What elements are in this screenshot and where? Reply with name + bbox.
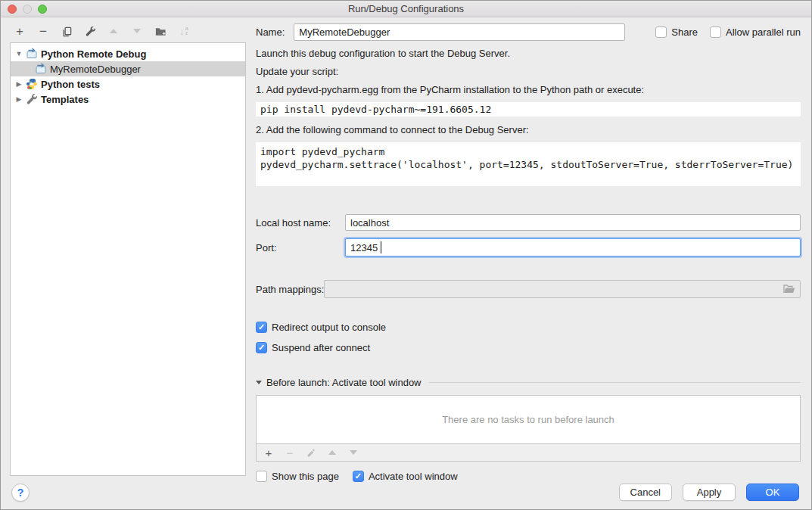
chevron-down-icon[interactable]: ▼ [15, 50, 23, 58]
remote-debug-icon [26, 48, 38, 60]
text-caret [381, 241, 381, 253]
before-launch-title: Before launch: Activate tool window [266, 377, 422, 388]
edit-defaults-wrench-icon[interactable] [83, 24, 97, 38]
remove-icon[interactable]: − [284, 446, 296, 459]
wrench-icon [26, 93, 38, 105]
settrace-code-block: import pydevd_pycharm pydevd_pycharm.set… [256, 142, 801, 186]
instruction-line-1: Launch this debug configuration to start… [256, 48, 801, 59]
apply-button[interactable]: Apply [683, 484, 736, 501]
path-mappings-label: Path mappings: [256, 284, 324, 295]
tree-item-label: Templates [41, 94, 89, 105]
instruction-step-2: 2. Add the following command to connect … [256, 124, 801, 135]
cancel-button[interactable]: Cancel [619, 484, 672, 501]
section-divider [429, 382, 801, 383]
chevron-right-icon[interactable]: ▶ [15, 80, 23, 88]
tree-item-myremotedebugger[interactable]: MyRemoteDebugger [11, 61, 245, 76]
move-up-icon[interactable] [326, 446, 338, 459]
move-down-icon[interactable] [347, 446, 359, 459]
allow-parallel-run-label: Allow parallel run [726, 26, 801, 38]
port-input[interactable] [345, 238, 801, 257]
move-up-icon[interactable] [107, 24, 120, 38]
share-checkbox[interactable] [655, 26, 667, 38]
before-launch-tasks-list[interactable]: There are no tasks to run before launch [256, 395, 801, 444]
show-this-page-label: Show this page [272, 471, 339, 482]
tree-item-python-remote-debug[interactable]: ▼ Python Remote Debug [11, 46, 245, 61]
dialog-buttons: Cancel Apply OK [619, 484, 799, 501]
instruction-line-2: Update your script: [256, 66, 801, 77]
configurations-toolbar: + − ↓az [13, 24, 191, 38]
share-label: Share [671, 26, 698, 38]
port-label: Port: [256, 242, 345, 253]
tree-item-templates[interactable]: ▶ Templates [11, 92, 245, 107]
collapse-triangle-icon[interactable] [256, 381, 262, 384]
remove-icon[interactable]: − [36, 24, 50, 38]
python-tests-icon [26, 78, 38, 90]
ok-button[interactable]: OK [746, 484, 799, 501]
show-this-page-checkbox[interactable] [256, 471, 267, 482]
allow-parallel-run-checkbox[interactable] [710, 26, 721, 38]
name-label: Name: [256, 26, 285, 38]
remote-debug-icon [35, 63, 47, 75]
path-mappings-field[interactable] [324, 280, 801, 298]
help-button[interactable]: ? [11, 484, 30, 502]
code-line-1: import pydevd_pycharm [260, 145, 796, 158]
name-input[interactable] [294, 23, 625, 41]
add-icon[interactable]: + [13, 24, 26, 38]
before-launch-section-header[interactable]: Before launch: Activate tool window [256, 377, 801, 388]
code-line-2: pydevd_pycharm.settrace('localhost', por… [260, 158, 796, 171]
local-host-name-label: Local host name: [256, 217, 345, 229]
edit-pencil-icon[interactable] [305, 446, 317, 459]
run-debug-configurations-dialog: Run/Debug Configurations + − ↓az ▼ Pytho… [0, 0, 812, 510]
chevron-right-icon[interactable]: ▶ [15, 95, 23, 103]
activate-tool-window-checkbox[interactable]: ✓ [353, 471, 364, 482]
window-title: Run/Debug Configurations [1, 3, 811, 14]
help-question-icon: ? [17, 487, 24, 499]
activate-tool-window-label: Activate tool window [369, 471, 458, 482]
tree-item-python-tests[interactable]: ▶ Python tests [11, 76, 245, 92]
suspend-after-connect-label: Suspend after connect [272, 342, 370, 353]
title-bar: Run/Debug Configurations [1, 1, 811, 17]
instruction-step-1: 1. Add pydevd-pycharm.egg from the PyCha… [256, 84, 801, 95]
new-folder-icon[interactable] [154, 24, 167, 38]
tasks-toolbar: + − [256, 444, 801, 462]
configurations-tree: ▼ Python Remote Debug MyRemoteDebugger ▶ [10, 42, 246, 476]
configuration-form: Name: Share Allow parallel run Launch th… [256, 23, 801, 482]
local-host-name-input[interactable] [345, 214, 801, 231]
tree-item-label: MyRemoteDebugger [50, 64, 141, 75]
redirect-output-checkbox[interactable]: ✓ [256, 322, 267, 333]
add-icon[interactable]: + [263, 446, 275, 459]
redirect-output-label: Redirect output to console [272, 322, 386, 333]
sort-alphabetically-icon[interactable]: ↓az [177, 24, 191, 38]
tree-item-label: Python tests [41, 79, 100, 90]
pip-install-command: pip install pydevd-pycharm~=191.6605.12 [256, 102, 801, 117]
copy-icon[interactable] [60, 24, 73, 38]
suspend-after-connect-checkbox[interactable]: ✓ [256, 342, 267, 353]
tree-item-label: Python Remote Debug [41, 48, 146, 60]
open-folder-icon[interactable] [783, 284, 795, 294]
move-down-icon[interactable] [130, 24, 144, 38]
empty-tasks-message: There are no tasks to run before launch [442, 414, 614, 425]
